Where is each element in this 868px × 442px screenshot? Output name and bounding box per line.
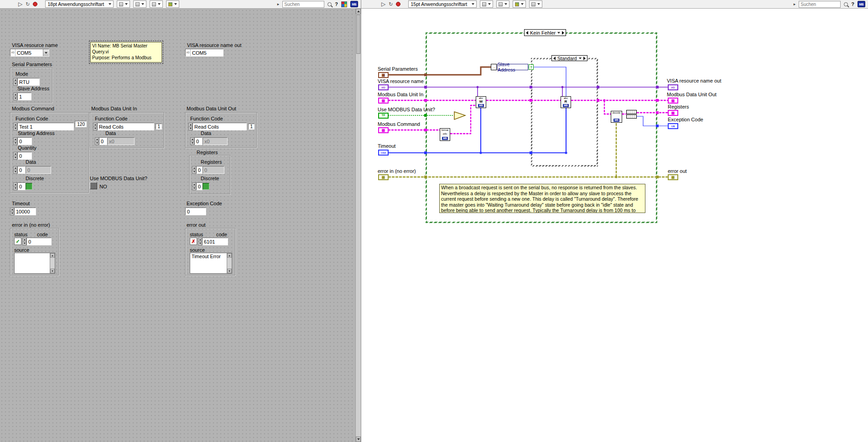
function-code-ring[interactable]: Read Coils [188,123,247,130]
run-button[interactable]: ▷ [381,1,385,7]
next-case-icon[interactable] [583,57,586,60]
status-checkbox[interactable]: ✓ [14,238,21,245]
run-continuous-button[interactable]: ↻ [389,2,393,7]
serial-write-vi[interactable]: abc W MB [476,96,486,108]
spinner[interactable] [13,166,17,174]
modbus-data-unit-in-cluster[interactable]: Function Code Read Coils 1 Data 0 x0 [90,112,164,148]
discrete-array-index[interactable]: 0 [13,182,26,190]
front-panel-scrollbar[interactable] [355,9,361,442]
discrete-led[interactable] [203,183,209,190]
data-array-index[interactable]: 0 [190,137,203,145]
search-input[interactable] [799,1,841,8]
next-case-icon[interactable] [562,31,564,35]
spinner[interactable] [190,137,194,145]
registers-array-index[interactable]: 0 [192,166,203,174]
use-modbus-data-unit-button[interactable] [90,182,97,189]
terminal-modbus-data-unit-out[interactable]: ▦ [668,98,678,104]
scrollbar-thumb[interactable] [356,15,360,54]
scroll-up-button[interactable] [356,9,361,14]
visa-resource-name-control[interactable]: I/O COM5 [10,49,49,57]
help-icon[interactable]: ? [851,1,854,7]
terminal-modbus-data-unit-in[interactable]: ▦ [378,98,389,104]
search-icon[interactable] [327,2,332,6]
terminal-exception-code[interactable]: U8 [668,123,678,129]
status-x-box[interactable]: ✗ [190,238,197,245]
modbus-data-unit-out-cluster[interactable]: Function Code Read Coils 1 Data 0 x0 [185,112,257,148]
distribute-objects-dropdown[interactable] [496,0,509,8]
help-icon[interactable]: ? [335,1,338,7]
visa-resource-name-out-indicator[interactable]: I/O COM5 [185,49,223,57]
run-button[interactable]: ▷ [18,1,22,7]
terminal-visa-resource-name[interactable]: I/O [378,84,389,90]
source-scrollbar[interactable] [227,253,232,273]
vi-description-comment[interactable]: VI Name: MB Serial Master Query.vi Purpo… [90,42,162,62]
format-pdu-vi[interactable]: format pdu MB [440,128,450,141]
reorder-dropdown[interactable] [529,0,542,8]
search-input[interactable] [282,1,324,8]
abort-button[interactable] [33,2,37,6]
exception-code-indicator[interactable]: 0 [185,208,206,215]
function-code-ring[interactable]: Test 1 [13,123,74,130]
data-array-index[interactable]: 0 [13,166,26,174]
spinner[interactable] [192,182,196,190]
scroll-up-icon[interactable] [50,253,55,258]
error-out-cluster[interactable]: status code ✗ 6101 source Timeout Error [185,228,235,276]
spinner[interactable] [13,93,17,100]
reorder-dropdown[interactable] [166,0,179,8]
terminal-error-in[interactable]: ▦ [378,174,389,180]
scroll-down-icon[interactable] [227,269,232,273]
turnaround-delay-comment[interactable]: When a broadcast request is sent on the … [439,184,645,213]
starting-address-control[interactable]: 0 [13,137,32,145]
font-selector[interactable]: 15pt Anwendungsschriftart [408,0,477,8]
previous-case-icon[interactable] [553,57,556,60]
inner-case-selector-label[interactable]: Standard [551,55,587,61]
function-code-ring[interactable]: Read Coils [93,123,154,130]
spinner[interactable] [188,123,192,130]
data-array-element[interactable]: 0 [26,166,51,174]
serial-parameters-cluster[interactable]: Mode RTU Slave Address 1 [10,68,52,103]
spinner[interactable] [198,238,202,245]
spinner[interactable] [13,182,17,190]
spinner[interactable] [13,152,17,160]
error-code-indicator[interactable]: 6101 [198,238,228,245]
clean-up-diagram-dropdown[interactable] [513,0,526,8]
wire-mdu-decode[interactable] [604,100,611,114]
terminal-registers[interactable]: ▦ [668,110,678,116]
spinner[interactable] [13,137,17,145]
terminal-use-modbus-data-unit[interactable]: TF [378,113,389,119]
search-nav-icon[interactable]: ▸ [277,2,280,6]
error-source-field[interactable] [14,253,55,274]
unbundle-icon[interactable]: → [491,64,497,70]
registers-array-element[interactable]: 0 [203,166,224,174]
wire-slave-address[interactable] [528,67,566,96]
case-dropdown-icon[interactable] [579,57,582,59]
align-objects-dropdown[interactable] [480,0,493,8]
spinner[interactable] [22,238,26,245]
error-code-control[interactable]: 0 [22,238,52,245]
case-selector-tunnel[interactable]: ? [529,64,534,70]
decode-vi[interactable]: decode MB [611,111,622,123]
outer-case-selector-label[interactable]: Kein Fehler [524,29,566,36]
timeout-control[interactable]: 10000 [10,208,36,215]
previous-case-icon[interactable] [526,31,528,35]
scroll-up-icon[interactable] [227,253,232,258]
serial-read-vi[interactable]: abc R MB [561,96,571,108]
data-array-index[interactable]: 0 [95,137,107,145]
data-array-element[interactable]: x0 [107,137,135,145]
array-conversion-node-bottom[interactable] [626,114,637,119]
spinner[interactable] [13,123,17,130]
array-conversion-node-top[interactable] [626,110,637,114]
spinner[interactable] [13,78,17,86]
distribute-objects-dropdown[interactable] [133,0,146,8]
error-source-field[interactable]: Timeout Error [190,253,232,274]
terminal-visa-resource-name-out[interactable]: I/O [668,84,678,90]
discrete-led[interactable] [26,183,32,190]
error-in-cluster[interactable]: status code ✓ 0 source [10,228,59,276]
select-arrow-icon[interactable] [454,112,465,120]
slave-address-free-label[interactable]: Slave Address [497,64,528,70]
wire-exception-code[interactable] [637,116,668,126]
resize-objects-dropdown[interactable] [150,0,163,8]
terminal-serial-parameters[interactable]: ▦ [378,72,389,78]
search-nav-icon[interactable]: ▸ [794,2,796,6]
source-scrollbar[interactable] [50,253,55,273]
